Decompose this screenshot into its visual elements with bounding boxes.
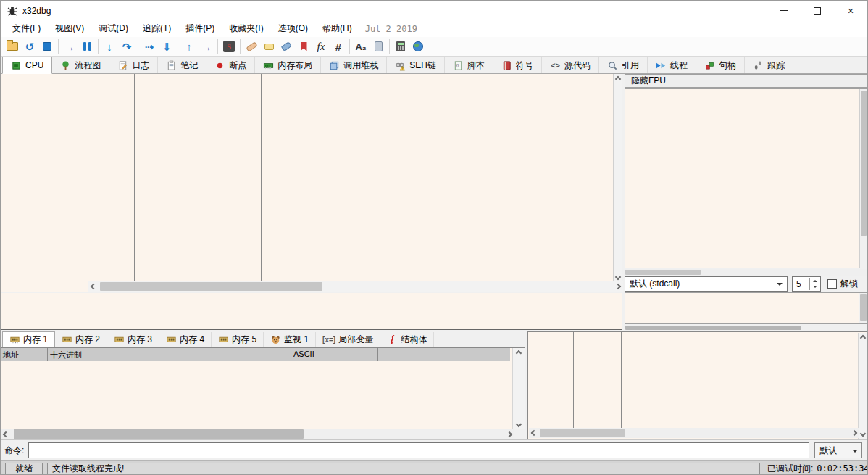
tab-seh[interactable]: ! SEH链	[387, 57, 445, 73]
menu-debug[interactable]: 调试(D)	[93, 20, 134, 37]
execute-till-return-icon[interactable]: ↑	[180, 38, 198, 55]
arguments-vertical-scrollbar[interactable]	[859, 293, 867, 323]
dump-table-body[interactable]	[1, 361, 510, 429]
menu-view[interactable]: 视图(V)	[49, 20, 90, 37]
tab-source[interactable]: <> 源代码	[542, 57, 599, 73]
tab-cpu[interactable]: CPU	[2, 57, 52, 74]
tab-trace[interactable]: 跟踪	[745, 57, 793, 73]
scroll-down-button[interactable]	[859, 429, 867, 439]
dump-vertical-scrollbar[interactable]	[512, 348, 525, 429]
tab-memory-map[interactable]: 内存布局	[255, 57, 321, 73]
tab-dump-2[interactable]: 内存 2	[55, 332, 107, 347]
s-badge-icon[interactable]: S	[220, 38, 238, 55]
stack-panel[interactable]	[527, 331, 868, 439]
arguments-view[interactable]	[625, 292, 868, 324]
scrollbar-thumb[interactable]	[100, 282, 322, 291]
column-header-extra[interactable]	[378, 348, 509, 361]
tab-symbols[interactable]: 符号	[493, 57, 542, 73]
registers-view[interactable]	[625, 88, 868, 268]
tab-dump-4[interactable]: 内存 4	[159, 332, 212, 347]
stack-vertical-scrollbar[interactable]	[858, 333, 867, 439]
menu-options[interactable]: 选项(O)	[272, 20, 314, 37]
tab-locals[interactable]: [x=] 局部变量	[316, 332, 380, 347]
restart-icon[interactable]: ↺	[21, 38, 38, 55]
tab-dump-3[interactable]: 内存 3	[107, 332, 159, 347]
column-separator[interactable]	[621, 332, 622, 428]
scroll-down-button[interactable]	[513, 419, 525, 429]
disassembly-panel[interactable]	[88, 74, 622, 292]
column-separator[interactable]	[573, 332, 574, 428]
tab-breakpoints[interactable]: 断点	[206, 57, 255, 73]
patches-icon[interactable]	[243, 38, 260, 55]
stack-horizontal-scrollbar[interactable]	[529, 428, 859, 438]
column-separator[interactable]	[464, 74, 464, 282]
stepper-down-button[interactable]	[810, 284, 819, 291]
info-box[interactable]	[1, 293, 622, 330]
stepper-up-button[interactable]	[810, 278, 819, 284]
registers-vertical-scrollbar[interactable]	[859, 89, 867, 268]
notes-device-icon[interactable]	[370, 38, 387, 55]
hash-icon[interactable]: #	[330, 38, 347, 55]
bookmarks-icon[interactable]	[295, 38, 312, 55]
tab-dump-1[interactable]: 内存 1	[2, 331, 55, 348]
scroll-up-button[interactable]	[859, 333, 867, 343]
scroll-up-button[interactable]	[513, 348, 525, 358]
arguments-horizontal-scrollbar[interactable]	[625, 325, 868, 331]
column-separator[interactable]	[134, 74, 135, 282]
tab-script[interactable]: {} 脚本	[445, 57, 493, 73]
unlock-checkbox[interactable]	[827, 279, 837, 289]
open-folder-icon[interactable]	[4, 38, 21, 55]
calculator-icon[interactable]	[392, 38, 409, 55]
tab-struct[interactable]: 结构体	[380, 332, 434, 347]
menu-plugins[interactable]: 插件(P)	[180, 20, 220, 37]
disassembly-horizontal-scrollbar[interactable]	[88, 281, 623, 292]
maximize-button[interactable]	[801, 1, 834, 20]
scroll-down-button[interactable]	[614, 272, 622, 282]
minimize-button[interactable]	[767, 1, 801, 20]
column-header-address[interactable]: 地址	[1, 348, 48, 361]
scroll-left-button[interactable]	[88, 281, 99, 292]
tab-references[interactable]: 引用	[599, 57, 648, 73]
disassembly-vertical-scrollbar[interactable]	[613, 74, 622, 282]
step-over-icon[interactable]: ↷	[118, 38, 135, 55]
scroll-right-button[interactable]	[849, 428, 859, 438]
run-to-user-code-icon[interactable]: →	[198, 38, 215, 55]
column-header-hex[interactable]: 十六进制	[48, 348, 291, 361]
tab-watch-1[interactable]: 监视 1	[264, 332, 316, 347]
menu-trace[interactable]: 追踪(T)	[137, 20, 177, 37]
scroll-left-button[interactable]	[1, 429, 11, 439]
tab-graph[interactable]: 流程图	[52, 57, 109, 73]
registers-horizontal-scrollbar[interactable]	[625, 269, 868, 276]
argument-count-stepper[interactable]: 5	[792, 276, 821, 292]
globe-icon[interactable]	[409, 38, 427, 55]
dump-horizontal-scrollbar[interactable]	[1, 429, 514, 439]
scroll-up-button[interactable]	[614, 74, 622, 84]
trace-over-icon[interactable]: ⇓	[158, 38, 175, 55]
column-separator[interactable]	[261, 74, 262, 282]
scrollbar-thumb[interactable]	[861, 91, 867, 236]
tab-call-stack[interactable]: 调用堆栈	[321, 57, 387, 73]
scroll-right-button[interactable]	[613, 281, 623, 292]
scroll-left-button[interactable]	[529, 428, 539, 438]
tab-notes[interactable]: 笔记	[158, 57, 206, 73]
menu-favourites[interactable]: 收藏夹(I)	[223, 20, 269, 37]
pause-icon[interactable]	[78, 38, 96, 55]
calling-convention-select[interactable]: 默认 (stdcall)	[625, 276, 788, 292]
close-button[interactable]: ×	[834, 1, 867, 20]
menu-file[interactable]: 文件(F)	[7, 20, 46, 37]
tab-dump-5[interactable]: 内存 5	[212, 332, 264, 347]
stop-icon[interactable]	[38, 38, 56, 55]
scrollbar-thumb[interactable]	[625, 326, 801, 330]
command-profile-select[interactable]: 默认	[814, 442, 862, 458]
labels-icon[interactable]	[277, 38, 295, 55]
menu-help[interactable]: 帮助(H)	[317, 20, 358, 37]
column-header-ascii[interactable]: ASCII	[291, 348, 378, 361]
scroll-right-button[interactable]	[504, 429, 514, 439]
scrollbar-thumb[interactable]	[14, 429, 304, 439]
hide-fpu-button[interactable]: 隐藏FPU	[625, 74, 868, 88]
tab-log[interactable]: 日志	[109, 57, 158, 73]
scrollbar-thumb[interactable]	[860, 294, 867, 321]
step-into-icon[interactable]: ↓	[101, 38, 118, 55]
command-input[interactable]	[28, 442, 809, 458]
functions-icon[interactable]: fx	[312, 38, 330, 55]
